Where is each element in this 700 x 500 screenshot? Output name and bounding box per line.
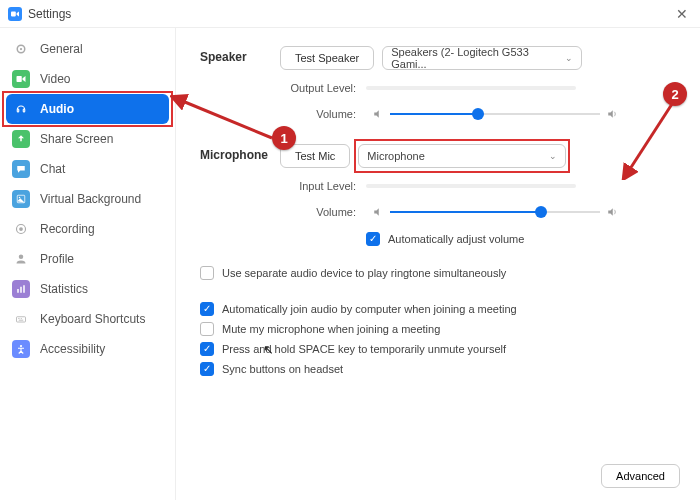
auto-join-audio-checkbox[interactable] [200, 302, 214, 316]
sidebar-item-label: Profile [40, 252, 74, 266]
sidebar-item-audio[interactable]: Audio [6, 94, 169, 124]
space-unmute-checkbox[interactable] [200, 342, 214, 356]
sidebar-item-stats[interactable]: Statistics [0, 274, 175, 304]
sidebar-item-label: Video [40, 72, 70, 86]
sidebar-item-label: Statistics [40, 282, 88, 296]
auto-adjust-checkbox[interactable] [366, 232, 380, 246]
test-mic-button[interactable]: Test Mic [280, 144, 350, 168]
svg-rect-13 [18, 318, 19, 319]
sidebar-item-label: General [40, 42, 83, 56]
separate-ringtone-checkbox[interactable] [200, 266, 214, 280]
app-icon [8, 7, 22, 21]
speaker-volume-slider[interactable] [390, 106, 600, 122]
output-meter [366, 86, 576, 90]
output-level-label: Output Level: [280, 82, 356, 94]
svg-rect-14 [20, 318, 21, 319]
svg-point-8 [19, 255, 24, 260]
advanced-button[interactable]: Advanced [601, 464, 680, 488]
svg-point-2 [20, 48, 22, 50]
sidebar-item-share[interactable]: Share Screen [0, 124, 175, 154]
svg-rect-11 [23, 285, 25, 293]
sidebar-item-recording[interactable]: Recording [0, 214, 175, 244]
chevron-down-icon: ⌄ [549, 151, 557, 161]
sidebar-item-label: Audio [40, 102, 74, 116]
window-title: Settings [28, 7, 71, 21]
svg-rect-0 [11, 11, 16, 16]
svg-rect-9 [17, 289, 19, 293]
volume-high-icon [606, 206, 618, 218]
sidebar-item-chat[interactable]: Chat [0, 154, 175, 184]
svg-rect-3 [17, 76, 22, 82]
sidebar-item-video[interactable]: Video [0, 64, 175, 94]
sync-headset-checkbox[interactable] [200, 362, 214, 376]
svg-point-5 [19, 197, 21, 199]
titlebar: Settings ✕ [0, 0, 700, 28]
svg-rect-16 [19, 320, 24, 321]
sidebar-item-label: Chat [40, 162, 65, 176]
svg-rect-10 [20, 287, 22, 293]
sidebar-item-label: Recording [40, 222, 95, 236]
sidebar-item-profile[interactable]: Profile [0, 244, 175, 274]
sidebar-item-label: Share Screen [40, 132, 113, 146]
input-meter [366, 184, 576, 188]
test-speaker-button[interactable]: Test Speaker [280, 46, 374, 70]
sidebar-item-label: Keyboard Shortcuts [40, 312, 145, 326]
sidebar-item-access[interactable]: Accessibility [0, 334, 175, 364]
input-level-label: Input Level: [280, 180, 356, 192]
sidebar: General Video Audio Share Screen Chat Vi… [0, 28, 176, 500]
svg-point-17 [20, 345, 22, 347]
mic-volume-label: Volume: [280, 206, 356, 218]
svg-point-7 [19, 227, 23, 231]
chevron-down-icon: ⌄ [565, 53, 573, 63]
mic-device-select[interactable]: Microphone⌄ [358, 144, 566, 168]
mic-heading: Microphone [200, 144, 280, 252]
sidebar-item-general[interactable]: General [0, 34, 175, 64]
volume-low-icon [372, 206, 384, 218]
speaker-heading: Speaker [200, 46, 280, 134]
sidebar-item-label: Virtual Background [40, 192, 141, 206]
volume-low-icon [372, 108, 384, 120]
speaker-device-select[interactable]: Speakers (2- Logitech G533 Gami...⌄ [382, 46, 582, 70]
sidebar-item-vbg[interactable]: Virtual Background [0, 184, 175, 214]
mic-volume-slider[interactable] [390, 204, 600, 220]
close-icon[interactable]: ✕ [672, 6, 692, 22]
volume-high-icon [606, 108, 618, 120]
svg-rect-15 [21, 318, 22, 319]
sidebar-item-label: Accessibility [40, 342, 105, 356]
sidebar-item-kbd[interactable]: Keyboard Shortcuts [0, 304, 175, 334]
main-panel: Speaker Test Speaker Speakers (2- Logite… [176, 28, 700, 500]
mute-on-join-checkbox[interactable] [200, 322, 214, 336]
svg-rect-12 [17, 317, 26, 322]
speaker-volume-label: Volume: [280, 108, 356, 120]
